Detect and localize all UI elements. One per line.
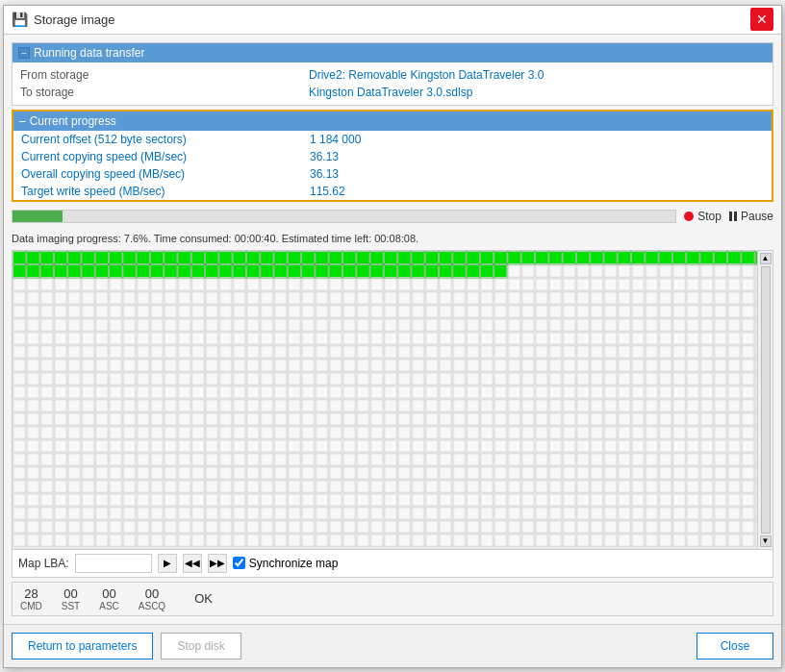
progress-row-2: Overall copying speed (MB/sec) 36.13 (13, 165, 772, 183)
current-progress-header: – Current progress (13, 112, 772, 131)
stop-button[interactable]: Stop (684, 210, 722, 223)
current-progress-section: – Current progress Current offset (512 b… (12, 110, 773, 202)
sync-checkbox[interactable] (233, 557, 245, 569)
scrollbar-up-button[interactable]: ▲ (760, 253, 772, 264)
progress-bar-container: Stop Pause (12, 206, 773, 227)
pause-icon (729, 212, 737, 221)
progress-label-1: Current copying speed (MB/sec) (21, 150, 310, 163)
pause-button[interactable]: Pause (729, 210, 773, 223)
map-forward-button[interactable]: ▶▶ (208, 554, 227, 573)
stop-disk-button[interactable]: Stop disk (161, 633, 241, 660)
collapse-running-button[interactable]: – (18, 47, 30, 59)
sync-check-container: Synchronize map (233, 557, 339, 570)
from-storage-row: From storage Drive2: Removable Kingston … (20, 66, 765, 84)
scsi-sst: 00 SST (62, 586, 80, 611)
map-lba-label: Map LBA: (18, 557, 69, 570)
running-transfer-header: – Running data transfer (13, 43, 772, 62)
from-storage-value: Drive2: Removable Kingston DataTraveler … (309, 68, 544, 82)
current-progress-body: Current offset (512 byte sectors) 1 184 … (13, 131, 772, 200)
close-button[interactable]: Close (696, 633, 773, 660)
window-close-button[interactable]: ✕ (750, 8, 773, 31)
progress-controls: Stop Pause (684, 210, 773, 223)
stop-label: Stop (697, 210, 722, 223)
scsi-asc: 00 ASC (99, 586, 119, 611)
progress-status: Data imaging progress: 7.6%. Time consum… (12, 231, 773, 246)
map-controls: Map LBA: ▶ ◀◀ ▶▶ Synchronize map (13, 549, 772, 577)
footer-buttons: Return to parameters Stop disk Close (4, 624, 781, 667)
progress-row-0: Current offset (512 byte sectors) 1 184 … (13, 131, 772, 148)
scsi-cmd-label: CMD (20, 601, 42, 611)
return-to-parameters-button[interactable]: Return to parameters (12, 633, 153, 660)
pause-label: Pause (741, 210, 773, 223)
collapse-progress-button[interactable]: – (19, 114, 26, 128)
scsi-sst-label: SST (62, 601, 80, 611)
progress-value-3: 115.62 (310, 185, 345, 198)
progress-value-1: 36.13 (310, 150, 339, 163)
progress-bar-outer (12, 210, 676, 223)
scsi-cmd: 28 CMD (20, 586, 42, 611)
stop-icon (684, 212, 694, 221)
progress-value-0: 1 184 000 (310, 133, 361, 146)
progress-row-3: Target write speed (MB/sec) 115.62 (13, 183, 772, 200)
scsi-status: OK (185, 591, 213, 606)
sync-label[interactable]: Synchronize map (249, 557, 339, 570)
progress-value-2: 36.13 (310, 167, 339, 181)
scsi-asc-value: 00 (102, 586, 115, 601)
window-icon: 💾 (12, 12, 28, 27)
to-storage-row: To storage Kingston DataTraveler 3.0.sdl… (20, 84, 765, 101)
scsi-ascq-label: ASCQ (139, 601, 165, 611)
map-play-button[interactable]: ▶ (158, 554, 177, 573)
current-progress-title: Current progress (30, 114, 116, 128)
map-grid-wrapper: ▲ ▼ (13, 251, 772, 549)
map-back-button[interactable]: ◀◀ (183, 554, 202, 573)
scsi-ascq-value: 00 (145, 586, 159, 601)
scsi-sst-value: 00 (63, 586, 77, 601)
map-lba-input[interactable] (75, 554, 152, 573)
window-title: Storage image (34, 12, 115, 27)
progress-bar-inner (13, 211, 63, 222)
scsi-asc-label: ASC (99, 601, 119, 611)
progress-label-3: Target write speed (MB/sec) (21, 185, 310, 198)
main-window: 💾 Storage image ✕ – Running data transfe… (3, 5, 782, 668)
progress-row-1: Current copying speed (MB/sec) 36.13 (13, 148, 772, 165)
from-storage-label: From storage (20, 68, 309, 82)
progress-label-0: Current offset (512 byte sectors) (21, 133, 310, 146)
scsi-cmd-value: 28 (24, 586, 38, 601)
progress-label-2: Overall copying speed (MB/sec) (21, 167, 310, 181)
scrollbar-track[interactable] (761, 266, 771, 534)
map-scrollbar: ▲ ▼ (757, 251, 772, 549)
running-transfer-title: Running data transfer (34, 46, 144, 60)
map-container: ▲ ▼ Map LBA: ▶ ◀◀ ▶▶ Synchronize map (12, 250, 773, 578)
scsi-section: 28 CMD 00 SST 00 ASC 00 ASCQ OK (12, 582, 773, 616)
map-canvas (13, 251, 772, 549)
content-area: – Running data transfer From storage Dri… (4, 35, 781, 624)
scsi-ascq: 00 ASCQ (139, 586, 165, 611)
footer-left: Return to parameters Stop disk (12, 633, 241, 660)
running-transfer-body: From storage Drive2: Removable Kingston … (13, 62, 772, 105)
to-storage-value: Kingston DataTraveler 3.0.sdlsp (309, 86, 472, 99)
to-storage-label: To storage (20, 86, 309, 99)
title-bar: 💾 Storage image ✕ (4, 6, 781, 35)
running-transfer-section: – Running data transfer From storage Dri… (12, 42, 773, 106)
scrollbar-down-button[interactable]: ▼ (760, 535, 772, 547)
